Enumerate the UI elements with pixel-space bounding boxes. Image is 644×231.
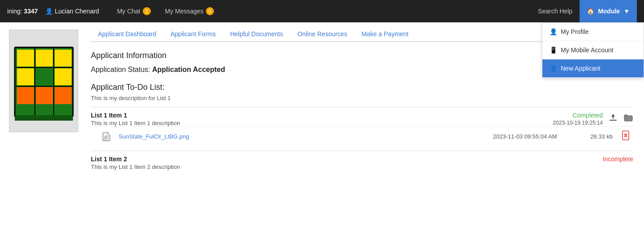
chevron-down-icon: ▼ (623, 8, 630, 15)
list-item-right: Completed 2023-10-19 19:25:14 (553, 112, 633, 126)
list-item-desc: This is my List 1 Item 2 description (91, 164, 180, 170)
status-badge: Incomplete (603, 155, 633, 163)
svg-marker-19 (611, 114, 615, 117)
svg-rect-8 (36, 87, 53, 104)
applicant-image (9, 29, 78, 132)
topbar-nav: My Chat 2 My Messages 0 (110, 0, 531, 22)
todo-list-description: This is my description for List 1 (91, 95, 633, 101)
rubiks-cube-image (13, 38, 75, 123)
status-date: 2023-10-19 19:25:14 (553, 120, 603, 126)
list-item-left: List 1 Item 2 This is my List 1 Item 2 d… (91, 155, 180, 170)
status-section: Incomplete (603, 155, 633, 163)
topbar: ining: 3347 👤 Lucian Chenard My Chat 2 M… (0, 0, 644, 22)
list-item-desc: This is my List 1 Item 1 description (91, 120, 180, 126)
list-item-name: List 1 Item 2 (91, 155, 180, 163)
mobile-icon: 📱 (550, 46, 557, 54)
my-profile-item[interactable]: 👤 My Profile (542, 23, 644, 41)
folder-button[interactable] (623, 113, 633, 122)
status-badge: Completed (553, 112, 603, 119)
status-section: Completed 2023-10-19 19:25:14 (553, 112, 603, 126)
svg-rect-22 (104, 137, 107, 138)
svg-rect-1 (17, 50, 34, 67)
file-date: 2023-11-03 09:55:04 AM (480, 133, 570, 140)
svg-rect-2 (36, 50, 53, 67)
search-help-button[interactable]: Search Help (531, 0, 580, 22)
my-messages-nav[interactable]: My Messages 0 (158, 0, 221, 22)
file-size: 28.33 kb (577, 133, 613, 140)
person-icon: 👤 (550, 28, 557, 35)
make-payment-tab[interactable]: Make a Payment (354, 27, 416, 41)
profile-dropdown: 👤 My Profile 📱 My Mobile Account 👤 New A… (542, 22, 644, 78)
list-item-right: Incomplete (603, 155, 633, 163)
file-icon (102, 132, 111, 142)
svg-rect-17 (610, 120, 617, 121)
user-display: 👤 Lucian Chenard (45, 8, 99, 15)
svg-rect-16 (15, 115, 73, 121)
messages-badge: 0 (206, 7, 214, 15)
list-item: List 1 Item 1 This is my List 1 Item 1 d… (91, 107, 633, 151)
todo-list-title: Applicant To-Do List: (91, 83, 633, 92)
upload-button[interactable] (608, 113, 618, 122)
applicant-dashboard-tab[interactable]: Applicant Dashboard (91, 27, 163, 41)
svg-rect-7 (17, 87, 34, 104)
points-display: ining: 3347 (7, 8, 38, 15)
svg-rect-3 (55, 50, 72, 67)
applicant-forms-tab[interactable]: Applicant Forms (163, 27, 223, 41)
svg-rect-9 (55, 87, 72, 104)
my-mobile-account-item[interactable]: 📱 My Mobile Account (542, 41, 644, 59)
svg-rect-15 (40, 73, 48, 81)
file-delete-button[interactable] (620, 130, 633, 143)
list-item-header: List 1 Item 2 This is my List 1 Item 2 d… (91, 155, 633, 170)
list-item-header: List 1 Item 1 This is my List 1 Item 1 d… (91, 112, 633, 126)
list-item: List 1 Item 2 This is my List 1 Item 2 d… (91, 151, 633, 175)
person-plus-icon: 👤 (550, 65, 557, 72)
list-item-left: List 1 Item 1 This is my List 1 Item 1 d… (91, 112, 180, 126)
list-item-name: List 1 Item 1 (91, 112, 180, 119)
file-row: SunState_FulClr_LtBG.png 2023-11-03 09:5… (91, 126, 633, 146)
svg-rect-6 (55, 68, 72, 85)
new-applicant-item[interactable]: 👤 New Applicant (542, 59, 644, 78)
online-resources-tab[interactable]: Online Resources (290, 27, 354, 41)
svg-rect-21 (104, 136, 107, 137)
svg-rect-23 (104, 139, 107, 139)
chat-badge: 2 (143, 7, 151, 15)
user-icon: 👤 (45, 8, 53, 15)
my-chat-nav[interactable]: My Chat 2 (110, 0, 158, 22)
file-name-link[interactable]: SunState_FulClr_LtBG.png (119, 133, 473, 140)
svg-rect-4 (17, 68, 34, 85)
image-panel (0, 22, 87, 231)
helpful-documents-tab[interactable]: Helpful Documents (223, 27, 290, 41)
topbar-right: Search Help 🏠 Module ▼ 👤 My Profile 📱 My… (531, 0, 637, 22)
home-icon: 🏠 (587, 8, 594, 15)
module-button[interactable]: 🏠 Module ▼ (580, 0, 637, 22)
